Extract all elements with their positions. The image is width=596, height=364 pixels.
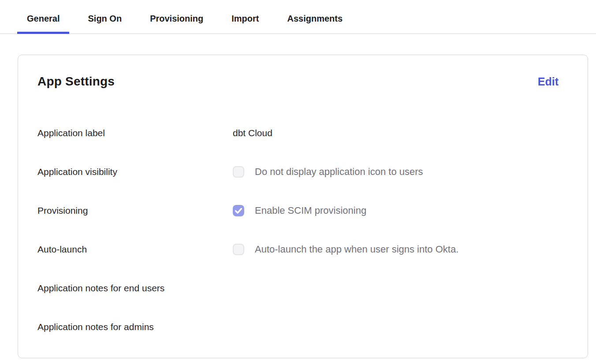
- auto-launch-checkbox-group: Auto-launch the app when user signs into…: [233, 244, 458, 255]
- row-auto-launch: Auto-launch Auto-launch the app when use…: [37, 244, 559, 255]
- provisioning-checkbox[interactable]: [233, 205, 244, 216]
- field-label: Auto-launch: [37, 244, 233, 255]
- card-title: App Settings: [37, 74, 115, 89]
- tab-assignments[interactable]: Assignments: [278, 0, 353, 33]
- provisioning-checkbox-label: Enable SCIM provisioning: [255, 205, 366, 216]
- visibility-checkbox-label: Do not display application icon to users: [255, 166, 423, 178]
- row-application-label: Application label dbt Cloud: [37, 127, 559, 139]
- app-settings-card: App Settings Edit Application label dbt …: [18, 55, 588, 358]
- checkmark-icon: [235, 208, 242, 214]
- tab-sign-on[interactable]: Sign On: [78, 0, 131, 33]
- field-label: Provisioning: [37, 205, 233, 216]
- field-label: Application notes for end users: [37, 282, 233, 294]
- auto-launch-checkbox[interactable]: [233, 244, 244, 255]
- field-label: Application visibility: [37, 166, 233, 178]
- settings-rows: Application label dbt Cloud Application …: [37, 127, 559, 333]
- visibility-checkbox[interactable]: [233, 166, 244, 178]
- tab-import[interactable]: Import: [222, 0, 268, 33]
- card-header: App Settings Edit: [37, 74, 559, 89]
- field-label: Application notes for admins: [37, 321, 233, 333]
- field-label: Application label: [37, 127, 233, 139]
- row-notes-end-users: Application notes for end users: [37, 282, 559, 294]
- tab-general[interactable]: General: [17, 0, 69, 33]
- auto-launch-checkbox-label: Auto-launch the app when user signs into…: [255, 244, 458, 255]
- provisioning-checkbox-group: Enable SCIM provisioning: [233, 205, 366, 216]
- application-label-value: dbt Cloud: [233, 127, 272, 139]
- row-application-visibility: Application visibility Do not display ap…: [37, 166, 559, 178]
- tab-bar: General Sign On Provisioning Import Assi…: [0, 0, 596, 34]
- row-notes-admins: Application notes for admins: [37, 321, 559, 333]
- edit-button[interactable]: Edit: [538, 75, 559, 88]
- tab-provisioning[interactable]: Provisioning: [140, 0, 213, 33]
- visibility-checkbox-group: Do not display application icon to users: [233, 166, 423, 178]
- row-provisioning: Provisioning Enable SCIM provisioning: [37, 205, 559, 216]
